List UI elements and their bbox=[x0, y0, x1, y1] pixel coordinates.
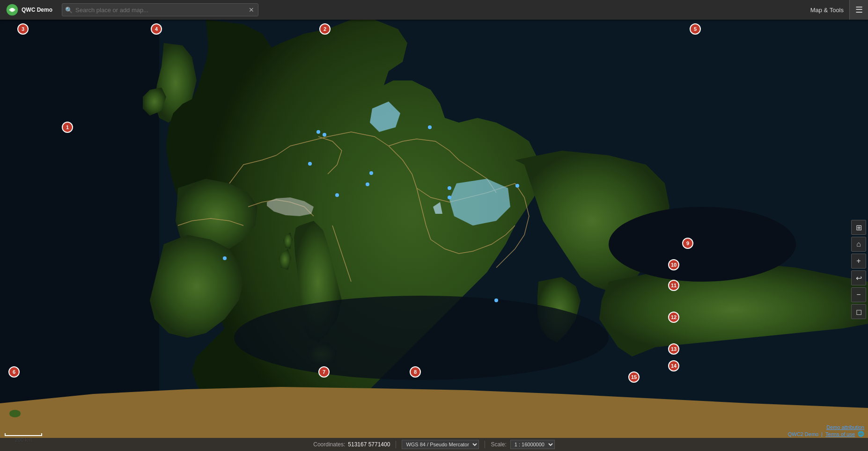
badge-15[interactable]: 15 bbox=[628, 371, 640, 383]
svg-point-16 bbox=[515, 184, 519, 188]
rotate-tool-button[interactable]: ↩ bbox=[851, 270, 866, 285]
map-container[interactable]: QWC Demo 🔍 ✕ Map & Tools ☰ bbox=[0, 0, 868, 451]
badge-13[interactable]: 13 bbox=[668, 343, 679, 355]
badge-9[interactable]: 9 bbox=[682, 238, 693, 249]
badge-14[interactable]: 14 bbox=[668, 360, 679, 371]
svg-point-17 bbox=[448, 186, 451, 190]
zoom-in-button[interactable]: + bbox=[851, 254, 866, 269]
logo-icon bbox=[6, 3, 19, 16]
svg-point-1 bbox=[11, 8, 14, 12]
badge-12[interactable]: 12 bbox=[668, 312, 679, 323]
svg-point-13 bbox=[366, 182, 369, 186]
search-clear-button[interactable]: ✕ bbox=[248, 6, 255, 14]
coordinates-section: Coordinates: 513167 5771400 bbox=[313, 441, 390, 448]
rectangle-tool-button[interactable]: ◻ bbox=[851, 304, 866, 319]
svg-point-20 bbox=[428, 125, 432, 129]
svg-point-21 bbox=[9, 410, 21, 417]
badge-7[interactable]: 7 bbox=[318, 366, 330, 378]
badge-11[interactable]: 11 bbox=[668, 280, 679, 291]
badge-6[interactable]: 6 bbox=[8, 366, 20, 378]
terms-bar: QWC2 Demo | Terms of use 🌐 bbox=[788, 431, 864, 437]
menu-button[interactable]: ☰ bbox=[849, 0, 868, 20]
svg-point-5 bbox=[234, 296, 609, 380]
menu-icon: ☰ bbox=[855, 5, 863, 15]
status-bar: Coordinates: 513167 5771400 WGS 84 / Pse… bbox=[0, 438, 868, 451]
attribution-area: Demo attribution QWC2 Demo | Terms of us… bbox=[788, 424, 864, 437]
map-tools-label: Map & Tools bbox=[810, 7, 844, 14]
map-view[interactable]: 1 2 3 4 5 6 7 8 9 10 11 bbox=[0, 20, 868, 451]
svg-point-9 bbox=[316, 130, 320, 134]
home-tool-button[interactable]: ⌂ bbox=[851, 237, 866, 252]
coordinates-value: 513167 5771400 bbox=[348, 441, 390, 448]
search-input[interactable] bbox=[75, 7, 248, 14]
map-svg bbox=[0, 20, 868, 451]
badge-8[interactable]: 8 bbox=[410, 366, 421, 378]
demo-attribution-link[interactable]: Demo attribution bbox=[826, 424, 864, 430]
svg-point-10 bbox=[323, 133, 326, 137]
svg-rect-3 bbox=[0, 20, 159, 451]
badge-4[interactable]: 4 bbox=[151, 23, 162, 35]
search-bar[interactable]: 🔍 ✕ bbox=[62, 3, 258, 16]
divider-2 bbox=[485, 441, 485, 448]
badge-10[interactable]: 10 bbox=[668, 259, 679, 270]
separator: | bbox=[821, 431, 823, 437]
app-logo: QWC Demo bbox=[0, 0, 58, 20]
badge-5[interactable]: 5 bbox=[690, 23, 701, 35]
header-toolbar: QWC Demo 🔍 ✕ Map & Tools ☰ bbox=[0, 0, 868, 20]
coordinates-label: Coordinates: bbox=[313, 441, 345, 448]
svg-point-4 bbox=[609, 207, 796, 282]
zoom-out-button[interactable]: − bbox=[851, 287, 866, 302]
svg-point-11 bbox=[308, 162, 312, 166]
scale-label-status: Scale: bbox=[491, 441, 506, 448]
scale-selector[interactable]: 1 : 16000000 bbox=[510, 440, 555, 449]
badge-1[interactable]: 1 bbox=[62, 122, 73, 133]
svg-point-12 bbox=[369, 171, 373, 175]
grid-tool-button[interactable]: ⊞ bbox=[851, 220, 866, 235]
badge-3[interactable]: 3 bbox=[17, 23, 29, 35]
app-title: QWC Demo bbox=[22, 7, 52, 13]
terms-link[interactable]: Terms of use bbox=[825, 431, 855, 437]
search-icon: 🔍 bbox=[65, 7, 73, 14]
divider-1 bbox=[396, 441, 396, 448]
qwc2-label: QWC2 Demo bbox=[788, 431, 818, 437]
svg-point-14 bbox=[335, 193, 339, 197]
crs-selector[interactable]: WGS 84 / Pseudo Mercator bbox=[402, 440, 479, 449]
badge-2[interactable]: 2 bbox=[319, 23, 331, 35]
scale-line bbox=[5, 433, 42, 436]
svg-point-15 bbox=[448, 196, 451, 199]
globe-icon: 🌐 bbox=[858, 431, 864, 437]
svg-point-18 bbox=[223, 256, 227, 260]
svg-point-19 bbox=[494, 298, 498, 302]
map-tools-button[interactable]: Map & Tools bbox=[805, 0, 849, 20]
right-toolbar: ⊞ ⌂ + ↩ − ◻ bbox=[851, 220, 866, 319]
